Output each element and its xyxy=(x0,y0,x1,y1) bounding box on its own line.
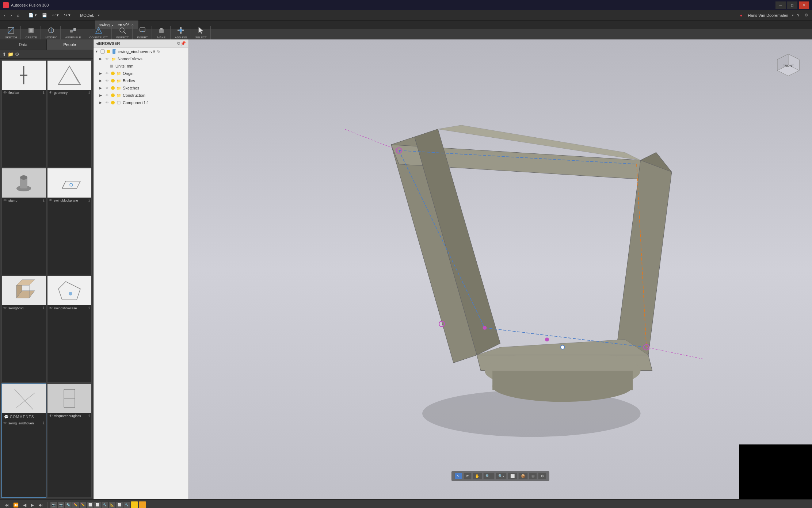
thumb-swing-eindhoven[interactable]: 💬 COMMENTS 👁 swing_eindhoven ℹ xyxy=(1,383,46,498)
timeline-btn-7[interactable]: ⬜ xyxy=(94,502,101,508)
browser-pin-icon[interactable]: 📌 xyxy=(180,41,186,46)
thumb-visibility-stamp[interactable]: 👁 xyxy=(3,198,7,202)
thumb-visibility-geometry[interactable]: 👁 xyxy=(49,91,53,95)
timeline-btn-8[interactable]: 🔧 xyxy=(102,502,108,508)
thumb-info-stamp[interactable]: ℹ xyxy=(43,198,45,202)
svg-point-29 xyxy=(20,175,27,180)
timeline-btn-11[interactable]: 🔧 xyxy=(123,502,130,508)
home-nav-button[interactable]: ⌂ xyxy=(15,12,21,18)
timeline-next-marker[interactable] xyxy=(139,501,146,508)
thumb-geometry[interactable]: 👁 geometry ℹ xyxy=(47,60,92,167)
zoom-in-btn[interactable]: 🔍+ xyxy=(483,473,495,480)
tree-units[interactable]: Units: mm xyxy=(94,62,188,70)
tree-component1[interactable]: ▶ 👁 Component1:1 xyxy=(94,99,188,106)
thumb-first-bar[interactable]: 👁 first bar ℹ xyxy=(1,60,46,167)
tree-bodies-arrow[interactable]: ▶ xyxy=(99,79,104,83)
timeline-btn-5[interactable]: ✏️ xyxy=(80,502,86,508)
forward-button[interactable]: › xyxy=(9,12,14,18)
thumb-swingshowcase[interactable]: 👁 swingshowcase ℹ xyxy=(47,276,92,383)
minimize-button[interactable]: ─ xyxy=(775,1,786,9)
tree-origin[interactable]: ▶ 👁 📁 Origin xyxy=(94,70,188,77)
browser-collapse-icon[interactable]: ◀ xyxy=(96,41,99,46)
record-button[interactable]: ● xyxy=(738,12,744,18)
perspective-btn[interactable]: 📦 xyxy=(518,473,528,480)
browser-refresh-icon[interactable]: ↻ xyxy=(177,41,180,46)
svg-line-76 xyxy=(647,347,703,359)
thumb-trisquarehourglass[interactable]: 👁 trisquarehourglass ℹ xyxy=(47,383,92,498)
thumb-info-swingshowcase[interactable]: ℹ xyxy=(88,306,90,310)
thumb-info-first-bar[interactable]: ℹ xyxy=(43,91,45,95)
model-dropdown[interactable]: MODEL xyxy=(78,13,96,18)
svg-line-26 xyxy=(69,66,79,83)
thumb-info-swingbox1[interactable]: ℹ xyxy=(43,306,45,310)
tree-bodies-label: Bodies xyxy=(123,79,135,83)
select-mode-btn[interactable]: ↖ xyxy=(454,473,462,480)
close-button[interactable]: ✕ xyxy=(799,1,809,9)
thumb-info-trisquarehourglass[interactable]: ℹ xyxy=(88,414,90,418)
play-back-btn[interactable]: ◀ xyxy=(22,502,28,508)
tree-origin-arrow[interactable]: ▶ xyxy=(99,72,104,75)
step-back-btn[interactable]: ⏪ xyxy=(12,502,20,508)
tree-root-badge[interactable]: ↻ xyxy=(157,50,160,54)
maximize-button[interactable]: □ xyxy=(787,1,797,9)
thumb-visibility-swingblockplane[interactable]: 👁 xyxy=(49,198,53,202)
people-tab[interactable]: People xyxy=(47,39,94,50)
tree-named-views-arrow[interactable]: ▶ xyxy=(99,57,104,61)
tree-root-arrow[interactable]: ▼ xyxy=(95,50,99,53)
panel-tabs: Data People xyxy=(0,39,93,50)
timeline-btn-10[interactable]: ⬜ xyxy=(116,502,123,508)
tree-component1-eye: 👁 xyxy=(104,100,110,105)
thumb-swingblockplane[interactable]: 👁 swingblockplane ℹ xyxy=(47,168,92,275)
back-button[interactable]: ‹ xyxy=(2,12,7,18)
tree-construction[interactable]: ▶ 👁 📁 Construction xyxy=(94,92,188,99)
display-btn[interactable]: ⚙ xyxy=(538,473,546,480)
thumb-visibility-first-bar[interactable]: 👁 xyxy=(3,91,7,95)
timeline-btn-2[interactable]: 📷 xyxy=(58,502,64,508)
tree-named-views[interactable]: ▶ 👁 📁 Named Views xyxy=(94,55,188,62)
upload-button[interactable]: ⬆ xyxy=(2,51,6,57)
model-3d xyxy=(188,39,812,499)
settings-button[interactable]: ⚙ xyxy=(803,12,810,18)
go-start-btn[interactable]: ⏮ xyxy=(3,502,10,508)
thumb-visibility-swingshowcase[interactable]: 👁 xyxy=(49,306,53,310)
thumb-swingbox1[interactable]: 👁 swingbox1 ℹ xyxy=(1,276,46,383)
timeline-current-marker[interactable] xyxy=(131,501,138,508)
thumb-visibility-swing-eindhoven[interactable]: 👁 xyxy=(3,421,7,425)
play-forward-btn[interactable]: ▶ xyxy=(29,502,35,508)
tree-root-item[interactable]: ▼ swing_eindhoven v9 ↻ xyxy=(94,48,188,55)
svg-marker-22 xyxy=(199,27,203,34)
panel-settings-button[interactable]: ⚙ xyxy=(15,51,19,57)
tree-bodies[interactable]: ▶ 👁 📁 Bodies xyxy=(94,77,188,84)
thumb-info-swingblockplane[interactable]: ℹ xyxy=(88,198,90,202)
thumb-visibility-trisquarehourglass[interactable]: 👁 xyxy=(49,414,53,418)
go-end-btn[interactable]: ⏭ xyxy=(37,502,44,508)
save-button[interactable]: 💾 xyxy=(40,12,49,18)
tree-construction-arrow[interactable]: ▶ xyxy=(99,93,104,97)
tree-sketches-arrow[interactable]: ▶ xyxy=(99,86,104,90)
thumbnails-grid: 👁 first bar ℹ 👁 geometry ℹ xyxy=(0,59,93,499)
timeline-btn-1[interactable]: 📷 xyxy=(50,502,57,508)
thumb-visibility-swingbox1[interactable]: 👁 xyxy=(3,306,7,310)
timeline-btn-6[interactable]: ⬜ xyxy=(87,502,94,508)
help-button[interactable]: ? xyxy=(795,12,801,18)
zoom-out-btn[interactable]: 🔍- xyxy=(496,473,506,480)
data-tab[interactable]: Data xyxy=(0,39,47,50)
grid-btn[interactable]: ⊞ xyxy=(529,473,537,480)
timeline-btn-9[interactable]: 📐 xyxy=(109,502,115,508)
undo-button[interactable]: ↩ ▾ xyxy=(50,12,61,18)
tree-component1-arrow[interactable]: ▶ xyxy=(99,101,104,104)
timeline-btn-3[interactable]: 🔩 xyxy=(65,502,72,508)
thumb-stamp[interactable]: 👁 stamp ℹ xyxy=(1,168,46,275)
thumb-info-swing-eindhoven[interactable]: ℹ xyxy=(43,421,45,425)
fit-btn[interactable]: ⬜ xyxy=(508,473,517,480)
thumb-label-swingbox1: 👁 swingbox1 ℹ xyxy=(2,305,46,311)
pan-btn[interactable]: ✋ xyxy=(472,473,482,480)
viewport[interactable]: FRONT xyxy=(188,39,812,499)
new-folder-button[interactable]: 📁 xyxy=(8,51,14,57)
file-button[interactable]: 📄 ▾ xyxy=(27,12,39,18)
timeline-btn-4[interactable]: ✏️ xyxy=(72,502,79,508)
thumb-info-geometry[interactable]: ℹ xyxy=(88,91,90,95)
tree-sketches[interactable]: ▶ 👁 📁 Sketches xyxy=(94,84,188,92)
orbit-btn[interactable]: ⟳ xyxy=(463,473,471,480)
redo-button[interactable]: ↪ ▾ xyxy=(62,12,72,18)
